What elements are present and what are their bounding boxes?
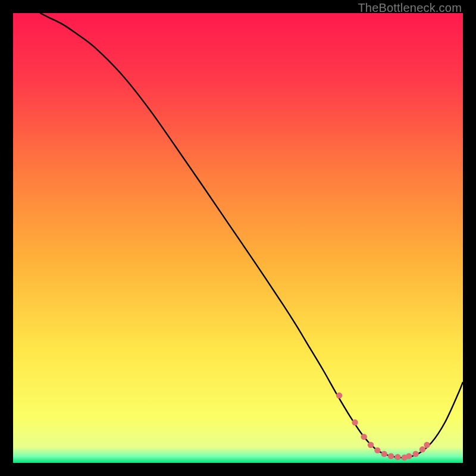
marker-point — [336, 392, 342, 398]
marker-point — [361, 434, 367, 440]
chart-frame — [13, 13, 463, 463]
marker-point — [424, 442, 430, 448]
marker-point — [374, 447, 380, 453]
marker-point — [394, 454, 400, 460]
marker-point — [412, 451, 418, 457]
marker-point — [388, 453, 394, 459]
marker-point — [419, 446, 425, 452]
marker-point — [368, 442, 374, 448]
marker-point — [406, 453, 412, 459]
marker-point — [381, 451, 387, 457]
watermark-text: TheBottleneck.com — [358, 1, 462, 15]
marker-point — [352, 419, 358, 425]
bottleneck-chart — [13, 13, 463, 463]
